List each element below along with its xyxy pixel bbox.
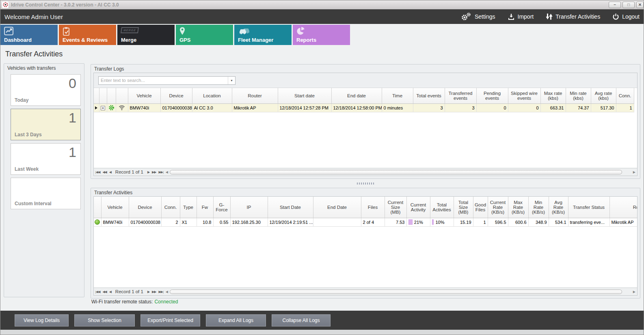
scroll-right-icon[interactable]: ▶: [633, 290, 635, 294]
scroll-right-icon[interactable]: ▶: [633, 170, 635, 174]
tile-events-reviews[interactable]: Events & Reviews: [59, 25, 116, 45]
window-title: Idrive Control Center - 3.0.2 version - …: [11, 2, 119, 8]
col-max-rate[interactable]: Max Rate (KB/s): [508, 197, 528, 218]
col-current-size[interactable]: Current Size (MB): [385, 197, 406, 218]
tile-gps[interactable]: GPS: [176, 25, 233, 45]
last-record-icon[interactable]: ▶▶|: [158, 170, 163, 174]
tile-dashboard[interactable]: Dashboard: [0, 25, 58, 45]
horizontal-scrollbar[interactable]: [170, 290, 631, 294]
col-total-events[interactable]: Total events: [413, 88, 445, 103]
logout-button[interactable]: Logout: [612, 13, 640, 20]
prev-page-icon[interactable]: ◀◀: [102, 290, 106, 294]
gears-icon: [460, 12, 472, 21]
collapse-all-logs-button[interactable]: Collapse All Logs: [272, 314, 331, 326]
col-fw[interactable]: Fw: [197, 197, 213, 218]
tile-label: GPS: [179, 37, 190, 43]
first-record-icon[interactable]: |◀◀: [95, 290, 100, 294]
cell-time: 0 minutes: [382, 103, 413, 112]
settings-button[interactable]: Settings: [460, 12, 495, 21]
prev-record-icon[interactable]: ◀: [109, 170, 111, 174]
col-transfer-status[interactable]: Transfer Status: [568, 197, 609, 218]
online-status-icon: [94, 218, 101, 226]
transfer-activity-row[interactable]: BMW740i 017040000038 2 X1 10.8 0.55 192.…: [94, 218, 638, 226]
power-icon: [612, 13, 619, 20]
col-max-rate[interactable]: Max rate (kbs): [540, 88, 566, 103]
col-skipped-wire-events[interactable]: Skipped wire events: [508, 88, 540, 103]
expand-plus-icon[interactable]: +: [99, 103, 107, 112]
expand-all-logs-button[interactable]: Expand All Logs: [206, 314, 266, 326]
col-good-files[interactable]: Good Files: [473, 197, 488, 218]
import-button[interactable]: Import: [508, 13, 534, 20]
prev-record-icon[interactable]: ◀: [109, 290, 111, 294]
col-vehicle[interactable]: Vehicle: [128, 88, 160, 103]
col-g-force[interactable]: G-Force: [213, 197, 230, 218]
col-pending-events[interactable]: Pending events: [476, 88, 508, 103]
scroll-left-icon[interactable]: ◀: [166, 290, 168, 294]
filter-card-custom-interval[interactable]: Custom Interval: [11, 178, 81, 209]
tile-reports[interactable]: Reports: [293, 25, 350, 45]
next-page-icon[interactable]: ▶▶: [152, 290, 156, 294]
filter-card-last-week[interactable]: 1 Last Week: [11, 143, 81, 175]
horizontal-scrollbar[interactable]: [170, 170, 631, 174]
scrollbar-thumb[interactable]: [170, 170, 622, 174]
transfer-activities-title: Transfer Activities: [91, 188, 640, 196]
col-vehicle[interactable]: Vehicle: [101, 197, 129, 218]
transfer-logs-panel: Transfer Logs ▼: [91, 64, 640, 179]
col-avg-rate[interactable]: Avg Rate (KB/s): [549, 197, 568, 218]
prev-page-icon[interactable]: ◀◀: [102, 170, 106, 174]
transfer-activities-button[interactable]: Transfer Activities: [546, 13, 600, 20]
col-total-size[interactable]: Total Size (MB): [454, 197, 473, 218]
cell-location: Al CC 3.0: [192, 103, 232, 112]
next-page-icon[interactable]: ▶▶: [152, 170, 156, 174]
col-time[interactable]: Time: [382, 88, 413, 103]
close-button[interactable]: ✕: [636, 2, 644, 8]
next-record-icon[interactable]: ▶: [147, 290, 149, 294]
show-selection-button[interactable]: Show Selection: [74, 314, 135, 326]
tile-merge[interactable]: MERGE Merge: [117, 25, 175, 45]
col-ip[interactable]: IP: [230, 197, 268, 218]
transfer-log-row[interactable]: + BMW740i 017040000038 Al CC 3.0 Mikroti…: [94, 103, 634, 112]
next-record-icon[interactable]: ▶: [147, 170, 149, 174]
minimize-button[interactable]: –: [609, 2, 621, 8]
col-conn[interactable]: Conn.: [161, 197, 180, 218]
col-start-date[interactable]: Start date: [278, 88, 331, 103]
first-record-icon[interactable]: |◀◀: [95, 170, 100, 174]
maximize-button[interactable]: □: [622, 2, 635, 8]
filter-card-today[interactable]: 0 Today: [11, 74, 81, 106]
col-type[interactable]: Type: [180, 197, 197, 218]
chevron-down-icon[interactable]: ▼: [228, 77, 235, 84]
col-avg-rate[interactable]: Avg rate (kbs): [591, 88, 616, 103]
col-total-activities[interactable]: Total Activities: [430, 197, 454, 218]
scroll-left-icon[interactable]: ◀: [166, 170, 168, 174]
col-min-rate[interactable]: Min rate (kbs): [566, 88, 591, 103]
cell-current-rate: 596.5: [488, 218, 508, 226]
cell-type: X1: [180, 218, 197, 226]
col-transferred-events[interactable]: Transferred events: [445, 88, 476, 103]
row-indicator-icon: [94, 103, 99, 112]
settings-label: Settings: [475, 13, 495, 20]
col-router[interactable]: Router: [609, 197, 638, 218]
splitter-handle[interactable]: [357, 183, 374, 185]
tile-fleet-manager[interactable]: Fleet Manager: [234, 25, 292, 45]
export-print-selected-button[interactable]: Export/Print Selected: [140, 314, 200, 326]
filter-card-last-3-days[interactable]: 1 Last 3 Days: [11, 109, 81, 140]
col-device[interactable]: Device: [129, 197, 161, 218]
col-min-rate[interactable]: Min Rate (KB/s): [528, 197, 549, 218]
cell-conn: 1: [616, 103, 634, 112]
welcome-text: Welcome Admin User: [4, 13, 63, 20]
col-device[interactable]: Device: [160, 88, 192, 103]
view-log-details-button[interactable]: View Log Details: [15, 314, 69, 326]
col-current-activity[interactable]: Current Activity: [406, 197, 430, 218]
col-end-date[interactable]: End Date: [313, 197, 361, 218]
panel-splitter: [91, 181, 640, 185]
last-record-icon[interactable]: ▶▶|: [158, 290, 163, 294]
col-router[interactable]: Router: [232, 88, 278, 103]
col-end-date[interactable]: End date: [331, 88, 382, 103]
scrollbar-thumb[interactable]: [170, 290, 622, 294]
col-location[interactable]: Location: [192, 88, 232, 103]
col-conn[interactable]: Conn.: [616, 88, 634, 103]
col-current-rate[interactable]: Current Rate (KB/s): [488, 197, 508, 218]
col-files[interactable]: Files: [361, 197, 385, 218]
search-input[interactable]: [99, 78, 228, 83]
col-start-date[interactable]: Start Date: [268, 197, 313, 218]
